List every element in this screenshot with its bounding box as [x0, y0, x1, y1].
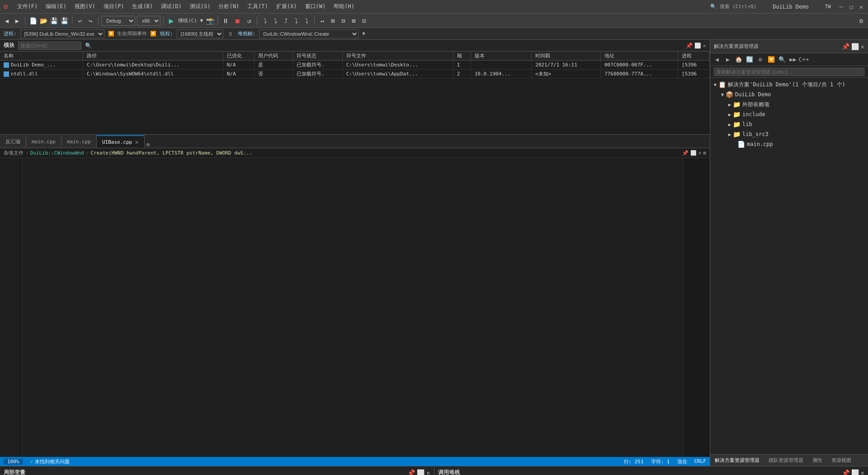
minimize-button[interactable]: ─ [838, 4, 844, 10]
stack-expand-btn[interactable]: ▼ [362, 31, 365, 37]
se-bt-resources[interactable]: 资源视图 [827, 455, 856, 466]
menu-tools[interactable]: 工具(T) [244, 2, 272, 11]
call-stack-pin-icon[interactable]: 📌 [842, 469, 849, 475]
tree-main-cpp[interactable]: 📄 main.cpp [710, 139, 868, 149]
module-search-input[interactable] [18, 42, 81, 50]
se-tb-filter[interactable]: 🔽 [766, 55, 776, 65]
menu-debug[interactable]: 调试(D) [157, 2, 185, 11]
menu-test[interactable]: 测试(S) [186, 2, 214, 11]
tab-main1[interactable]: main.cpp [26, 135, 61, 148]
search-box[interactable]: 🔍 搜索 (Ctrl+Q) [710, 3, 756, 10]
tab-disassembly[interactable]: 反汇编 [0, 135, 26, 148]
tree-lib-src3[interactable]: ▶ 📁 lib_src3 [710, 129, 868, 139]
tab-uibase[interactable]: UIBase.cpp ✕ [97, 135, 145, 148]
tree-project[interactable]: ▼ 📦 DuiLib Demo [710, 89, 868, 99]
tb-nav1-btn[interactable]: ↔ [317, 16, 327, 26]
tb-continue-label[interactable]: 继续(C) ▼ [178, 17, 203, 24]
tb-back-btn[interactable]: ◀ [2, 16, 12, 26]
tb-undo-btn[interactable]: ↩ [75, 16, 85, 26]
tb-stop-btn[interactable]: ■ [232, 16, 242, 26]
menu-file[interactable]: 文件(F) [14, 2, 42, 11]
se-tb-cpp[interactable]: C++ [799, 55, 809, 65]
call-stack-close-icon[interactable]: ✕ [861, 469, 864, 475]
menu-edit[interactable]: 编辑(E) [42, 2, 70, 11]
tree-include[interactable]: ▶ 📁 include [710, 109, 868, 119]
se-float-icon[interactable]: ⬜ [851, 43, 859, 50]
tree-solution[interactable]: ▼ 📋 解决方案'DuiLib Demo'(1 个项目/共 1 个) [710, 80, 868, 89]
module-close-icon[interactable]: ✕ [703, 42, 706, 49]
tb-step-into-addr-btn[interactable]: ⤵ [302, 16, 311, 26]
module-float-icon[interactable]: ⬜ [694, 42, 701, 49]
se-bt-solution[interactable]: 解决方案资源管理器 [710, 455, 764, 466]
menu-build[interactable]: 生成(B) [128, 2, 156, 11]
breadcrumb-close-icon[interactable]: ✕ [698, 150, 702, 156]
tb-nav4-btn[interactable]: ⊠ [349, 16, 359, 26]
call-stack-float-icon[interactable]: ⬜ [851, 469, 859, 475]
locals-pin-icon[interactable]: 📌 [407, 469, 415, 475]
tb-forward-btn[interactable]: ▶ [12, 16, 22, 26]
close-button[interactable]: ✕ [858, 4, 864, 10]
menu-analyze[interactable]: 分析(N) [215, 2, 243, 11]
menu-view[interactable]: 视图(V) [71, 2, 99, 11]
tab-main2[interactable]: main.cpp [61, 135, 97, 148]
tab-uibase-close[interactable]: ✕ [135, 138, 138, 146]
code-content[interactable] [23, 158, 683, 457]
tb-step-over-btn[interactable]: ⤵ [260, 16, 270, 26]
tb-nav2-btn[interactable]: ⊞ [328, 16, 338, 26]
breadcrumb-class[interactable]: DuiLib::CWindowWnd [30, 150, 84, 156]
breadcrumb-split-icon[interactable]: ⊞ [703, 150, 706, 156]
breadcrumb-method[interactable]: Create(HWND hwndParent, LPCTSTR pstrName… [90, 150, 252, 156]
menu-project[interactable]: 项目(P) [100, 2, 128, 11]
tb-nav5-btn[interactable]: ⊡ [359, 16, 369, 26]
breadcrumb-pin-icon[interactable]: 📌 [682, 150, 689, 156]
tb-save-all-btn[interactable]: 💾 [59, 16, 69, 26]
tb-continue-btn[interactable]: ▶ [166, 16, 176, 26]
module-row-1[interactable]: ntdll.dllC:\Windows\SysWOW64\ntdll.dllN/… [0, 70, 710, 79]
breadcrumb-file[interactable]: 杂项文件 [4, 150, 24, 156]
thread-dropdown[interactable]: [16800] 主线程 [177, 29, 223, 38]
module-row-0[interactable]: DuiLib Demo_...C:\Users\tomwi\Desktop\Du… [0, 61, 710, 70]
restore-button[interactable]: ◻ [848, 4, 854, 10]
tb-nav3-btn[interactable]: ⊟ [338, 16, 348, 26]
tb-redo-btn[interactable]: ↪ [85, 16, 95, 26]
menu-help[interactable]: 帮助(H) [330, 2, 358, 11]
se-bt-props[interactable]: 属性 [808, 455, 827, 466]
breadcrumb-float-icon[interactable]: ⬜ [690, 150, 697, 156]
tab-add-btn[interactable]: ⚙ [146, 141, 150, 148]
se-tb-forward[interactable]: ▶ [723, 55, 733, 65]
platform-dropdown[interactable]: x86 x64 [137, 16, 160, 26]
tb-restart-btn[interactable]: ↺ [244, 16, 254, 26]
se-tb-refresh[interactable]: 🔄 [745, 55, 755, 65]
se-pin-icon[interactable]: 📌 [842, 43, 849, 50]
tb-sep1 [25, 17, 25, 25]
se-bt-team[interactable]: 团队资源管理器 [764, 455, 808, 466]
locals-float-icon[interactable]: ⬜ [417, 469, 425, 475]
tb-settings-btn[interactable]: ⚙ [856, 16, 866, 26]
se-tb-settings[interactable]: ⚙ [755, 55, 765, 65]
stack-dropdown[interactable]: DuiLib::CWindowWnd::Create [259, 29, 359, 38]
se-close-icon[interactable]: ✕ [861, 43, 864, 50]
tb-step-into-btn[interactable]: ⤵ [270, 16, 280, 26]
tree-lib[interactable]: ▶ 📁 lib [710, 119, 868, 129]
process-dropdown[interactable]: [5396] DuiLib Demo_Win32.exe [20, 29, 104, 38]
tb-step-out-btn[interactable]: ⤴ [281, 16, 291, 26]
locals-close-icon[interactable]: ✕ [426, 469, 430, 475]
se-tb-expand[interactable]: ▶▶ [788, 55, 798, 65]
tb-save-btn[interactable]: 💾 [49, 16, 59, 26]
se-tb-back[interactable]: ◀ [712, 55, 722, 65]
tb-open-btn[interactable]: 📂 [38, 16, 48, 26]
tree-external-deps[interactable]: ▶ 📁 外部依赖项 [710, 99, 868, 109]
tb-screenshot-btn[interactable]: 📸 [205, 16, 215, 26]
menu-window[interactable]: 窗口(W) [302, 2, 330, 11]
module-pin-icon[interactable]: 📌 [686, 42, 693, 49]
menu-extensions[interactable]: 扩展(X) [273, 2, 301, 11]
se-tb-home[interactable]: 🏠 [734, 55, 744, 65]
se-tb-search[interactable]: 🔍 [777, 55, 787, 65]
tb-new-btn[interactable]: 📄 [28, 16, 38, 26]
solution-search-input[interactable] [714, 68, 864, 76]
tb-step-addr-btn[interactable]: ⤵ [291, 16, 301, 26]
zoom-level[interactable]: 100% [4, 459, 23, 465]
tb-pause-btn[interactable]: ⏸ [221, 16, 231, 26]
tab-settings-icon[interactable]: ⚙ [146, 141, 150, 148]
build-config-dropdown[interactable]: Debug Release [101, 16, 135, 26]
